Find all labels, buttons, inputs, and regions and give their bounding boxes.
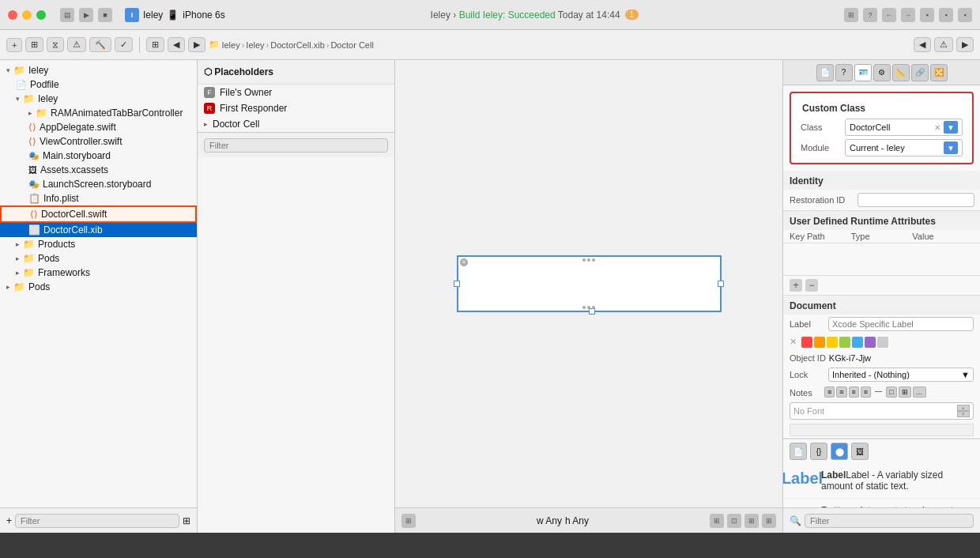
warning-badge[interactable]: 1 (625, 9, 639, 20)
notes-align-right-btn[interactable]: ≡ (849, 386, 859, 398)
sidebar-item-assets[interactable]: 🖼 Assets.xcassets (0, 163, 197, 177)
test-btn[interactable]: ✓ (115, 37, 133, 52)
resize-handle-left[interactable] (454, 281, 460, 287)
sidebar-item-ieley[interactable]: ▾ 📁 Ieley (0, 92, 197, 106)
tab-quick-help[interactable]: ? (835, 64, 853, 81)
notes-indent-btn[interactable]: ⊞ (899, 386, 911, 398)
layout-btn1[interactable]: ▪ (920, 8, 934, 22)
tab-bindings-inspector[interactable]: 🔀 (930, 64, 948, 81)
swatch-x-btn[interactable]: ✕ (790, 337, 797, 348)
sidebar-item-pods-root[interactable]: ▸ 📁 Pods (0, 280, 197, 294)
ib-item-filesowner[interactable]: F File's Owner (198, 85, 394, 100)
ib-item-firstresponder[interactable]: R First Responder (198, 100, 394, 116)
swatch-orange[interactable] (814, 337, 825, 348)
font-stepper-down[interactable]: ▾ (957, 411, 970, 417)
module-dropdown-btn[interactable]: ▼ (944, 141, 958, 154)
sidebar-item-frameworks[interactable]: ▸ 📁 Frameworks (0, 266, 197, 280)
sidebar-item-doctorcell-xib[interactable]: ⬜ DoctorCell.xib (0, 223, 197, 237)
sidebar-item-appdelegate[interactable]: ⟨⟩ AppDelegate.swift (0, 120, 197, 134)
font-stepper[interactable]: ▴ ▾ (957, 405, 970, 417)
canvas-layout-btn2[interactable]: ⊡ (727, 514, 741, 528)
fullscreen-button[interactable] (36, 10, 46, 20)
layout-btn2[interactable]: ▪ (939, 8, 953, 22)
play-btn[interactable]: ▶ (79, 8, 93, 22)
plus-icon[interactable]: + (6, 515, 12, 526)
add-attr-btn[interactable]: + (790, 279, 802, 292)
sidebar-item-podfile[interactable]: 📄 Podfile (0, 77, 197, 92)
ib-filter-input[interactable] (204, 138, 388, 153)
back-btn[interactable]: ← (882, 8, 896, 22)
notes-border-btn[interactable]: □ (886, 386, 896, 398)
library-tab-media[interactable]: 🖼 (851, 443, 869, 460)
add-file-btn[interactable]: + (6, 38, 22, 52)
swatch-purple[interactable] (865, 337, 876, 348)
tab-size-inspector[interactable]: 📐 (892, 64, 910, 81)
tab-connections-inspector[interactable]: 🔗 (911, 64, 929, 81)
sidebar-toggle-btn[interactable]: ▤ (60, 8, 74, 22)
tab-attributes-inspector[interactable]: ⚙ (873, 64, 891, 81)
build-btn[interactable]: 🔨 (89, 37, 111, 52)
tab-file-inspector[interactable]: 📄 (816, 64, 834, 81)
library-btn[interactable]: ⊞ (844, 8, 858, 22)
canvas-layout-btn3[interactable]: ⊞ (744, 514, 759, 528)
filter-btn[interactable]: ⧖ (47, 37, 64, 52)
remove-attr-btn[interactable]: − (805, 279, 818, 292)
sidebar-item-mainstoryboard[interactable]: 🎭 Main.storyboard (0, 149, 197, 163)
sort-btn[interactable]: ⊞ (25, 37, 43, 52)
label-input[interactable] (828, 317, 974, 331)
breadcrumb-1[interactable]: Ieley (221, 40, 239, 50)
canvas-layout-btn4[interactable]: ⊞ (762, 514, 776, 528)
warning-btn[interactable]: ⚠ (67, 37, 86, 52)
breadcrumb-4[interactable]: Doctor Cell (330, 40, 373, 50)
notes-align-center-btn[interactable]: ≡ (836, 386, 846, 398)
sidebar-filter-input[interactable] (15, 514, 179, 528)
forward-btn[interactable]: → (901, 8, 915, 22)
layout-btn3[interactable]: ▪ (958, 8, 972, 22)
font-select[interactable]: No Font ▴ ▾ (790, 402, 974, 420)
minimize-button[interactable] (22, 10, 32, 20)
library-tab-objects[interactable]: ⬤ (831, 443, 848, 460)
swatch-blue[interactable] (852, 337, 863, 348)
library-tab-code[interactable]: {} (810, 443, 827, 460)
help-btn[interactable]: ? (863, 8, 877, 22)
resize-handle-bottom[interactable] (589, 308, 595, 315)
canvas-scene-btn[interactable]: ⊞ (401, 514, 416, 528)
resize-handle-right[interactable] (718, 281, 724, 287)
stop-btn[interactable]: ■ (98, 8, 112, 22)
sidebar-item-ramanimated[interactable]: ▸ 📁 RAMAnimatedTabBarController (0, 106, 197, 120)
close-button[interactable] (8, 10, 17, 20)
sidebar-item-launchscreen[interactable]: 🎭 LaunchScreen.storyboard (0, 177, 197, 191)
back-nav-btn[interactable]: ◀ (168, 37, 185, 52)
inspector-filter-input[interactable] (805, 514, 974, 528)
swatch-gray[interactable] (877, 337, 888, 348)
tab-identity-inspector[interactable]: 🪪 (854, 64, 872, 81)
sidebar-item-products[interactable]: ▸ 📁 Products (0, 237, 197, 251)
swatch-green[interactable] (839, 337, 850, 348)
forward-nav-btn[interactable]: ▶ (188, 37, 205, 52)
nav-btn[interactable]: ⊞ (146, 37, 164, 52)
swatch-yellow[interactable] (827, 337, 838, 348)
sidebar-item-ieley-root[interactable]: ▾ 📁 Ieley (0, 63, 197, 77)
swatch-red[interactable] (801, 337, 812, 348)
warning-forward-btn[interactable]: ▶ (956, 37, 974, 52)
xib-cell-view[interactable]: ✕ (457, 255, 722, 312)
module-value-field[interactable]: Current - Ieley ▼ (845, 139, 963, 156)
sidebar-item-doctorcell-swift[interactable]: ⟨⟩ DoctorCell.swift (0, 205, 197, 223)
ib-item-doctorcell-scene[interactable]: ▸ Doctor Cell (198, 116, 394, 132)
lock-select[interactable]: Inherited - (Nothing) ▼ (828, 368, 974, 382)
canvas-layout-btn1[interactable]: ⊞ (710, 514, 724, 528)
class-dropdown-btn[interactable]: ▼ (944, 121, 958, 134)
font-stepper-up[interactable]: ▴ (957, 405, 970, 411)
sidebar-item-infoplist[interactable]: 📋 Info.plist (0, 191, 197, 205)
sidebar-item-pods[interactable]: ▸ 📁 Pods (0, 251, 197, 266)
class-clear-btn[interactable]: ✕ (934, 123, 940, 132)
breadcrumb-2[interactable]: Ieley (246, 40, 264, 50)
library-tab-file[interactable]: 📄 (790, 443, 807, 460)
notes-align-left-btn[interactable]: ≡ (824, 386, 835, 398)
restoration-id-input[interactable] (858, 193, 974, 207)
filter-options-icon[interactable]: ⊞ (183, 515, 190, 526)
breadcrumb-3[interactable]: DoctorCell.xib (270, 40, 324, 50)
warning-nav-btn[interactable]: ◀ (914, 37, 931, 52)
warning-icon-btn[interactable]: ⚠ (934, 37, 953, 52)
sidebar-item-viewcontroller[interactable]: ⟨⟩ ViewController.swift (0, 134, 197, 149)
